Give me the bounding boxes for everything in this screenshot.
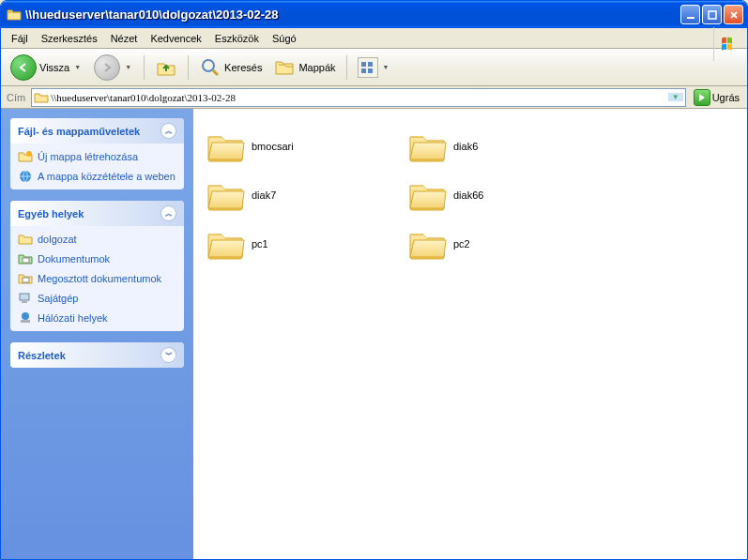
- folders-icon: [273, 56, 296, 79]
- place-shared-docs[interactable]: Megosztott dokumentumok: [18, 271, 176, 286]
- link-label: A mappa közzététele a weben: [38, 171, 176, 182]
- window-title: \\hueduserver\tanar010\dolgozat\2013-02-…: [25, 8, 680, 22]
- link-label: Megosztott dokumentumok: [38, 273, 161, 284]
- search-button[interactable]: Keresés: [195, 54, 266, 81]
- details-panel: Részletek ︾: [10, 342, 184, 368]
- place-network[interactable]: Hálózati helyek: [18, 310, 176, 325]
- panel-header[interactable]: Részletek ︾: [10, 342, 184, 368]
- folders-button[interactable]: Mappák: [269, 54, 339, 81]
- panel-header[interactable]: Egyéb helyek ︽: [10, 201, 184, 226]
- address-input-wrap[interactable]: ▼: [31, 88, 685, 107]
- folder-icon: [18, 232, 33, 247]
- svg-rect-3: [361, 62, 366, 67]
- folder-label: pc2: [453, 238, 470, 250]
- menu-tools[interactable]: Eszközök: [208, 31, 266, 46]
- link-label: dolgozat: [38, 234, 77, 245]
- chevron-up-icon: ︽: [160, 123, 176, 139]
- address-label: Cím: [5, 92, 27, 103]
- chevron-down-icon: ▼: [72, 64, 83, 70]
- svg-rect-0: [687, 17, 695, 19]
- computer-icon: [18, 291, 33, 306]
- folder-view[interactable]: bmocsaridiak6diak7diak66pc1pc2: [193, 109, 747, 559]
- folder-label: bmocsari: [252, 141, 294, 152]
- folder-icon: [406, 128, 448, 165]
- folder-icon: [205, 128, 246, 165]
- folder-icon: [205, 225, 246, 263]
- separator: [188, 55, 189, 80]
- svg-rect-9: [23, 258, 29, 263]
- panel-body: dolgozat Dokumentumok Megosztott dokumen…: [10, 226, 184, 331]
- svg-point-13: [22, 312, 29, 320]
- menu-edit[interactable]: Szerkesztés: [35, 31, 104, 46]
- folder-label: diak7: [252, 189, 276, 201]
- close-button[interactable]: [724, 5, 743, 24]
- folder-item[interactable]: pc1: [203, 219, 405, 268]
- folder-label: diak66: [453, 189, 483, 201]
- folder-label: diak6: [453, 141, 478, 152]
- documents-icon: [18, 251, 33, 266]
- svg-rect-11: [20, 294, 29, 300]
- minimize-button[interactable]: [680, 5, 700, 24]
- arrow-right-icon: [694, 89, 710, 106]
- menu-file[interactable]: Fájl: [5, 31, 35, 46]
- folder-item[interactable]: bmocsari: [203, 122, 405, 171]
- address-dropdown[interactable]: ▼: [668, 93, 683, 101]
- link-label: Sajátgép: [38, 293, 78, 304]
- separator: [144, 55, 145, 80]
- folder-up-icon: [155, 56, 177, 79]
- chevron-up-icon: ︽: [160, 205, 176, 221]
- back-button[interactable]: Vissza ▼: [7, 53, 86, 83]
- folder-open-icon: [7, 8, 22, 23]
- maximize-button[interactable]: [702, 5, 722, 24]
- folder-item[interactable]: diak7: [203, 171, 405, 219]
- network-icon: [18, 310, 33, 325]
- folder-item[interactable]: pc2: [405, 219, 606, 268]
- address-bar: Cím ▼ Ugrás: [1, 86, 747, 109]
- chevron-down-icon: ▼: [123, 64, 133, 70]
- folder-label: pc1: [252, 238, 268, 250]
- svg-rect-5: [361, 68, 366, 73]
- folder-open-icon: [34, 90, 49, 105]
- address-input[interactable]: [49, 91, 667, 104]
- search-label: Keresés: [224, 62, 262, 73]
- window-controls: [680, 5, 743, 24]
- explorer-window: \\hueduserver\tanar010\dolgozat\2013-02-…: [0, 0, 748, 560]
- views-button[interactable]: ▼: [354, 55, 395, 80]
- arrow-right-icon: [94, 54, 120, 81]
- separator: [346, 55, 347, 80]
- svg-rect-12: [22, 301, 27, 303]
- titlebar: \\hueduserver\tanar010\dolgozat\2013-02-…: [1, 1, 747, 28]
- file-folder-tasks-panel: Fájl- és mappaműveletek ︽ Új mappa létre…: [10, 118, 184, 189]
- menu-help[interactable]: Súgó: [266, 31, 303, 46]
- folder-icon: [406, 225, 448, 263]
- svg-rect-1: [709, 11, 716, 19]
- new-folder-link[interactable]: Új mappa létrehozása: [18, 149, 176, 164]
- back-label: Vissza: [39, 62, 69, 73]
- place-documents[interactable]: Dokumentumok: [18, 251, 176, 266]
- place-dolgozat[interactable]: dolgozat: [18, 232, 176, 247]
- panel-title: Fájl- és mappaműveletek: [18, 126, 140, 137]
- panel-header[interactable]: Fájl- és mappaműveletek ︽: [10, 118, 184, 144]
- place-my-computer[interactable]: Sajátgép: [18, 291, 176, 306]
- menu-favorites[interactable]: Kedvencek: [144, 31, 207, 46]
- svg-rect-6: [368, 68, 373, 73]
- chevron-down-icon: ︾: [160, 347, 176, 363]
- menubar: Fájl Szerkesztés Nézet Kedvencek Eszközö…: [1, 28, 747, 49]
- go-button[interactable]: Ugrás: [690, 88, 743, 107]
- folder-item[interactable]: diak6: [405, 122, 606, 171]
- link-label: Dokumentumok: [38, 253, 110, 265]
- up-button[interactable]: [151, 54, 181, 81]
- folder-icon: [406, 176, 448, 214]
- toolbar: Vissza ▼ ▼ Keresés Mappák: [1, 49, 747, 86]
- publish-folder-link[interactable]: A mappa közzététele a weben: [18, 169, 176, 184]
- panel-title: Egyéb helyek: [18, 208, 84, 219]
- tasks-pane: Fájl- és mappaműveletek ︽ Új mappa létre…: [1, 109, 193, 559]
- new-folder-icon: [18, 149, 33, 164]
- link-label: Hálózati helyek: [38, 312, 108, 324]
- other-places-panel: Egyéb helyek ︽ dolgozat Dokumentumok Meg…: [10, 201, 184, 331]
- menu-view[interactable]: Nézet: [104, 31, 145, 46]
- views-icon: [358, 57, 378, 78]
- forward-button[interactable]: ▼: [90, 53, 137, 83]
- folder-item[interactable]: diak66: [405, 171, 606, 219]
- folders-label: Mappák: [298, 62, 335, 73]
